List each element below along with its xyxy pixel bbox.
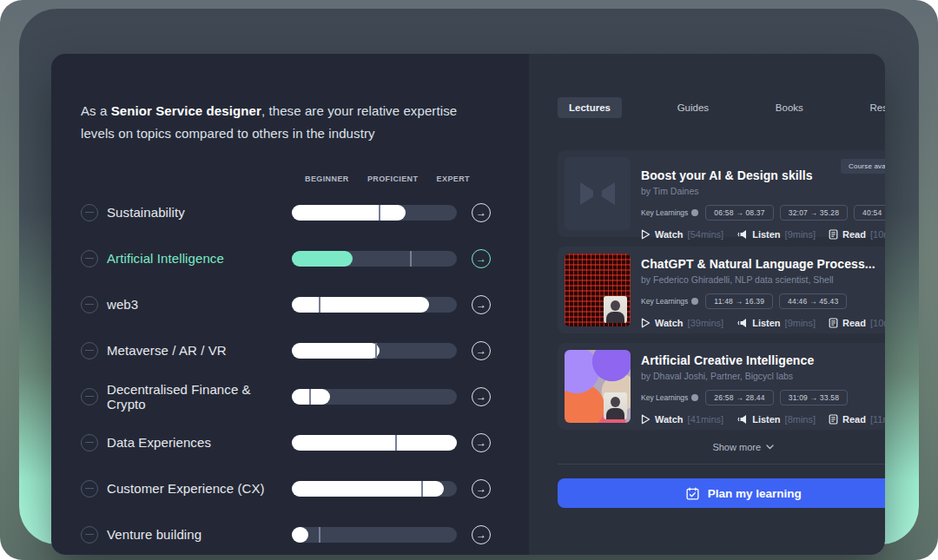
action-label: Read [842, 318, 866, 328]
learning-panel: Lectures Guides Books Resources Course a… [529, 54, 885, 555]
action-label: Listen [752, 318, 780, 328]
topic-row: Sustainability → [81, 189, 491, 235]
minus-circle-icon[interactable] [81, 480, 98, 497]
media-action[interactable]: Watch [54mins] [641, 229, 723, 240]
media-action[interactable]: Read [10mins] [829, 229, 885, 240]
lecture-card[interactable]: Artificial Creative Intelligence by Dhav… [558, 343, 885, 430]
timestamp-chip[interactable]: 31:09 → 33.58 [780, 390, 848, 405]
expertise-bar[interactable] [292, 435, 457, 451]
arrow-right-circle-icon[interactable]: → [472, 525, 491, 544]
arrow-right-circle-icon[interactable]: → [472, 295, 491, 314]
action-label: Read [842, 229, 866, 240]
arrow-right-circle-icon[interactable]: → [472, 387, 491, 406]
info-icon[interactable] [691, 209, 698, 216]
lecture-card[interactable]: ChatGPT & Natural Language Process... by… [558, 247, 885, 333]
arrow-right-circle-icon[interactable]: → [472, 249, 491, 268]
topic-label: Venture building [107, 527, 292, 542]
key-learnings-label: Key Learnings [641, 393, 698, 402]
media-action[interactable]: Watch [41mins] [641, 414, 723, 425]
expertise-bar[interactable] [292, 297, 457, 313]
arrow-right-circle-icon[interactable]: → [472, 479, 491, 498]
info-icon[interactable] [691, 298, 698, 305]
action-duration: [10mins] [870, 229, 885, 240]
read-icon [829, 229, 838, 240]
timestamp-chip[interactable]: 44:46 → 45.43 [779, 293, 847, 309]
minus-circle-icon[interactable] [81, 434, 98, 451]
topic-label: Decentralised Finance & Crypto [107, 382, 292, 412]
scale-label-proficient: PROFICIENT [367, 175, 419, 183]
minus-circle-icon[interactable] [81, 204, 98, 221]
intro-role: Senior Service designer [111, 103, 261, 118]
lecture-card[interactable]: Course available → Boost your AI & Desig… [558, 150, 885, 237]
lecture-cards: Course available → Boost your AI & Desig… [558, 150, 885, 430]
expertise-bar[interactable] [292, 343, 457, 359]
card-title: Artificial Creative Intelligence [641, 353, 885, 367]
topic-label: Artificial Intelligence [107, 251, 292, 266]
timestamp-chip[interactable]: 32:07 → 35.28 [780, 205, 848, 221]
action-duration: [54mins] [688, 229, 724, 240]
minus-circle-icon[interactable] [81, 342, 98, 359]
action-label: Watch [655, 229, 684, 240]
scale-label-beginner: BEGINNER [305, 175, 349, 183]
tab-resources[interactable]: Resources [859, 97, 886, 118]
timestamp-chip[interactable]: 11:48 → 16.39 [705, 293, 773, 309]
topic-row: Data Experiences → [81, 419, 491, 465]
chevron-down-icon [766, 445, 774, 450]
arrow-right-circle-icon[interactable]: → [472, 433, 491, 452]
media-action[interactable]: Read [10mins] [829, 318, 885, 328]
minus-circle-icon[interactable] [81, 526, 98, 544]
industry-marker [319, 297, 320, 313]
expertise-bar[interactable] [292, 389, 457, 405]
course-available-badge[interactable]: Course available → [841, 159, 885, 174]
card-thumbnail [565, 254, 631, 326]
minus-circle-icon[interactable] [81, 250, 98, 267]
key-learnings-row: Key Learnings 11:48 → 16.39 44:46 → 45.4… [641, 293, 885, 309]
expertise-bar[interactable] [292, 251, 457, 267]
timestamp-chip[interactable]: 40:54 → 43.33 [854, 205, 885, 221]
play-icon [641, 229, 651, 240]
minus-circle-icon[interactable] [81, 388, 98, 405]
card-actions: Watch [54mins] Listen [9mins] Read [10mi… [641, 229, 885, 240]
minus-circle-icon[interactable] [81, 296, 98, 313]
card-thumbnail [565, 350, 631, 423]
timestamp-chip[interactable]: 26:58 → 28.44 [705, 390, 773, 405]
action-duration: [9mins] [785, 229, 816, 240]
media-action[interactable]: Listen [9mins] [737, 229, 816, 240]
tab-lectures[interactable]: Lectures [558, 97, 622, 118]
topic-label: Data Experiences [107, 435, 292, 450]
intro-text: As a Senior Service designer, these are … [81, 100, 491, 145]
action-label: Listen [752, 229, 780, 240]
bowtie-logo-icon [580, 182, 615, 205]
show-more-button[interactable]: Show more [558, 442, 885, 452]
expertise-bar[interactable] [292, 481, 457, 497]
speaker-avatar [604, 392, 627, 419]
arrow-right-circle-icon[interactable]: → [472, 203, 491, 222]
media-action[interactable]: Watch [39mins] [641, 318, 723, 328]
industry-marker [319, 527, 320, 543]
card-actions: Watch [41mins] Listen [8mins] Read [11mi… [641, 414, 885, 425]
media-action[interactable]: Listen [9mins] [737, 318, 816, 328]
info-icon[interactable] [691, 394, 698, 401]
timestamp-chip[interactable]: 06:58 → 08.37 [705, 205, 773, 221]
plan-my-learning-button[interactable]: Plan my learning [558, 478, 885, 508]
expertise-bar[interactable] [292, 527, 457, 543]
card-actions: Watch [39mins] Listen [9mins] Read [10mi… [641, 318, 885, 328]
topics-list: Sustainability → Artificial Intelligence… [81, 189, 491, 555]
expertise-fill [292, 527, 308, 543]
media-action[interactable]: Listen [8mins] [737, 414, 816, 425]
arrow-right-circle-icon[interactable]: → [472, 341, 491, 360]
tab-guides[interactable]: Guides [666, 97, 720, 118]
timestamp-chips: 26:58 → 28.44 31:09 → 33.58 [705, 390, 848, 405]
page-background: As a Senior Service designer, these are … [0, 0, 938, 560]
tab-books[interactable]: Books [764, 97, 815, 118]
topic-label: Customer Experience (CX) [107, 481, 292, 496]
action-duration: [10mins] [870, 318, 885, 328]
key-learnings-row: Key Learnings 06:58 → 08.37 32:07 → 35.2… [641, 205, 885, 221]
expertise-bar[interactable] [292, 205, 457, 221]
action-label: Listen [752, 414, 780, 425]
expertise-fill [292, 297, 429, 313]
scale-labels: BEGINNER PROFICIENT EXPERT [305, 175, 470, 183]
calendar-check-icon [685, 486, 700, 501]
scale-label-expert: EXPERT [437, 175, 470, 183]
media-action[interactable]: Read [11mins] [829, 414, 885, 425]
